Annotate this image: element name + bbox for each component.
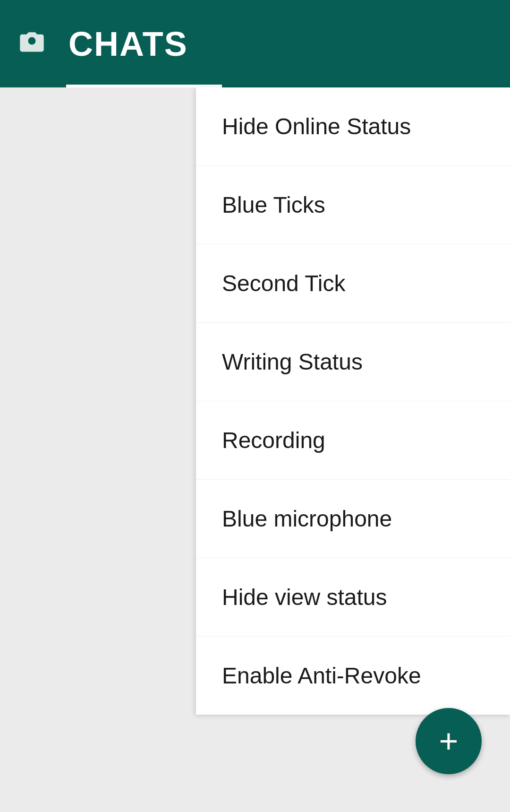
menu-item-hide-view-status[interactable]: Hide view status: [196, 558, 510, 637]
menu-item-recording[interactable]: Recording: [196, 401, 510, 480]
fab-button[interactable]: +: [416, 708, 482, 774]
menu-item-blue-microphone[interactable]: Blue microphone: [196, 480, 510, 558]
dropdown-menu: Hide Online Status Blue Ticks Second Tic…: [196, 87, 510, 715]
menu-item-second-tick[interactable]: Second Tick: [196, 244, 510, 323]
camera-icon[interactable]: [19, 28, 45, 60]
menu-item-blue-ticks[interactable]: Blue Ticks: [196, 166, 510, 244]
menu-item-enable-anti-revoke[interactable]: Enable Anti-Revoke: [196, 637, 510, 715]
app-header: CHATS: [0, 0, 510, 87]
menu-item-hide-online-status[interactable]: Hide Online Status: [196, 87, 510, 166]
menu-item-writing-status[interactable]: Writing Status: [196, 323, 510, 401]
main-content: 😊Students You were ad Amazon.in You crea…: [0, 87, 510, 812]
page-title: CHATS: [68, 25, 188, 63]
plus-icon: +: [439, 725, 459, 758]
